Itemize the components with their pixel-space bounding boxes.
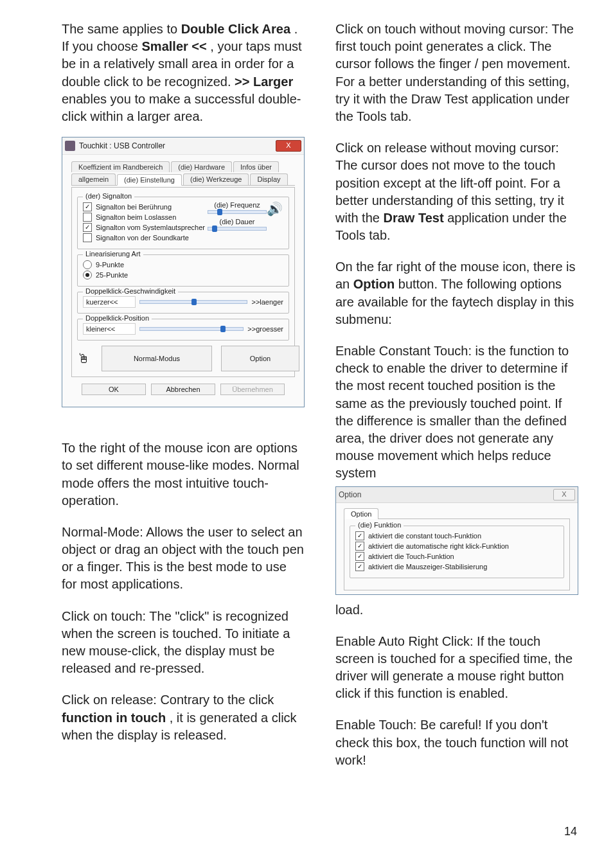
chk-auto-right-click-label: aktiviert die automatische right klick-F… [368, 542, 509, 550]
dc-speed-right: >>laenger [251, 298, 283, 306]
right-para-1: Click on touch without moving cursor: Th… [335, 21, 578, 125]
dialog-buttons: OK Abbrechen Übernehmen [71, 377, 295, 398]
tab-hardware[interactable]: (die) Hardware [171, 161, 232, 172]
bold-draw-test: Draw Test [383, 211, 443, 225]
dc-pos-slider[interactable] [139, 327, 244, 331]
bold-larger: >> Larger [235, 75, 293, 89]
group-funktion-legend: (die) Funktion [355, 521, 404, 529]
chk-cursor-stabilization-label: aktiviert die Mauszeiger-Stabilisierung [368, 563, 487, 571]
chk-constant-touch[interactable] [355, 531, 364, 540]
radio-25-punkte[interactable] [83, 270, 92, 279]
tab-strip: Koeffizient im Randbereich (die) Hardwar… [71, 161, 295, 186]
speaker-icon: 🔊 [267, 201, 283, 217]
cancel-button[interactable]: Abbrechen [151, 384, 215, 395]
chk-constant-touch-label: aktiviert die constant touch-Funktion [368, 532, 481, 540]
chk-signal-touch-label: Signalton bei Berührung [96, 203, 172, 211]
text: The same applies to [62, 22, 181, 36]
slider-freq[interactable] [208, 210, 267, 214]
radio-25-punkte-label: 25-Punkte [96, 271, 128, 279]
normal-mode-button[interactable]: Normal-Modus [102, 346, 212, 371]
chk-touch-function[interactable] [355, 552, 364, 561]
left-para-2: To the right of the mouse icon are optio… [62, 439, 305, 509]
tab-display[interactable]: Display [250, 173, 287, 185]
window-title: Touchkit : USB Controller [79, 141, 165, 150]
option-titlebar: Option X [336, 487, 578, 503]
group-signalton-legend: (der) Signalton [83, 192, 134, 200]
left-para-4: Click on touch: The "click" is recognize… [62, 608, 305, 678]
group-funktion: (die) Funktion aktiviert die constant to… [350, 526, 564, 578]
text: Click on release: Contrary to the click [62, 693, 274, 707]
tab-koeffizient[interactable]: Koeffizient im Randbereich [71, 161, 170, 172]
chk-auto-right-click[interactable] [355, 542, 364, 551]
chk-signal-soundcard[interactable] [83, 233, 92, 242]
tab-einstellung[interactable]: (die) Einstellung [117, 174, 182, 186]
chk-signal-release[interactable] [83, 213, 92, 222]
dc-pos-left: kleiner<< [83, 323, 136, 335]
right-para-4: Enable Constant Touch: is the function t… [335, 342, 578, 483]
option-button[interactable]: Option [221, 346, 299, 371]
group-signalton: (der) Signalton Signalton bei Berührung [77, 197, 289, 249]
tab-allgemein[interactable]: allgemein [71, 173, 116, 185]
group-dc-position: Doppelklick-Position kleiner<< >>groesse… [77, 319, 289, 341]
right-para-2: Click on release without moving cursor: … [335, 139, 578, 244]
chk-signal-speaker[interactable] [83, 223, 92, 232]
titlebar: Touchkit : USB Controller X [62, 137, 304, 155]
text: enables you to make a successful double-… [62, 92, 301, 123]
apply-button[interactable]: Übernehmen [220, 384, 285, 395]
right-para-5: Enable Auto Right Click: If the touch sc… [335, 633, 578, 703]
dc-speed-slider[interactable] [139, 300, 247, 304]
slider-dauer-label: (die) Dauer [208, 218, 267, 226]
touchkit-dialog: Touchkit : USB Controller X Koeffizient … [62, 137, 305, 407]
right-para-6: Enable Touch: Be careful! If you don't c… [335, 716, 578, 769]
group-dc-speed: Doppelklick-Geschwindigkeit kuerzer<< >>… [77, 292, 289, 314]
right-para-3: On the far right of the mouse icon, ther… [335, 258, 578, 328]
radio-9-punkte[interactable] [83, 260, 92, 269]
bold-option: Option [353, 277, 395, 291]
page-number: 14 [62, 810, 577, 838]
group-linearisierung-legend: Linearisierung Art [83, 250, 143, 258]
mouse-icon: 🖱 [77, 346, 90, 371]
tab-werkzeuge[interactable]: (die) Werkzeuge [183, 173, 249, 185]
ok-button[interactable]: OK [82, 384, 146, 395]
bold-function-in-touch: function in touch [62, 711, 166, 725]
close-button[interactable]: X [276, 140, 301, 152]
slider-freq-label: (die) Frequenz [208, 201, 267, 209]
chk-signal-speaker-label: Signalton vom Systemlautsprecher [96, 224, 205, 231]
option-window-title: Option [339, 490, 361, 499]
tab-infos[interactable]: Infos über [233, 161, 279, 172]
bold-double-click-area: Double Click Area [181, 22, 290, 36]
option-tab[interactable]: Option [344, 508, 378, 519]
option-dialog: Option X Option (die) Funktion aktiviert… [335, 486, 578, 595]
slider-dauer[interactable] [208, 227, 267, 231]
chk-touch-function-label: aktiviert die Touch-Funktion [368, 553, 454, 560]
left-para-1: The same applies to Double Click Area . … [62, 21, 305, 125]
dc-speed-left: kuerzer<< [83, 296, 136, 308]
dc-pos-right: >>groesser [247, 325, 283, 333]
bold-smaller: Smaller << [142, 39, 207, 53]
chk-signal-touch[interactable] [83, 202, 92, 211]
left-para-5: Click on release: Contrary to the click … [62, 691, 305, 744]
radio-9-punkte-label: 9-Punkte [96, 261, 124, 269]
group-dc-position-legend: Doppelklick-Position [83, 314, 152, 322]
group-linearisierung: Linearisierung Art 9-Punkte 25-Punkte [77, 254, 289, 287]
right-load: load. [335, 601, 578, 619]
chk-signal-release-label: Signalton beim Loslassen [96, 213, 176, 221]
option-close-button[interactable]: X [553, 489, 575, 500]
chk-signal-soundcard-label: Signalton von der Soundkarte [96, 234, 189, 242]
left-para-3: Normal-Mode: Allows the user to select a… [62, 524, 305, 594]
group-dc-speed-legend: Doppelklick-Geschwindigkeit [83, 287, 178, 295]
app-icon [65, 141, 75, 151]
chk-cursor-stabilization[interactable] [355, 562, 364, 571]
